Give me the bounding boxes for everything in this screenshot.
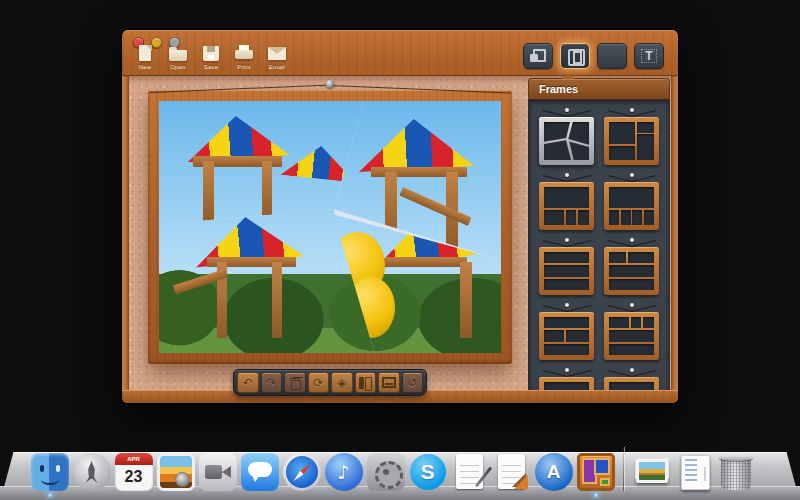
photo-area[interactable] <box>159 101 501 353</box>
dock-photostack[interactable] <box>632 451 671 491</box>
layout-cell <box>621 210 631 225</box>
frame-thumb-row-split-middle-row[interactable] <box>539 303 594 360</box>
frame-thumb-top-hero-bottom-four[interactable] <box>604 173 659 230</box>
view-buttons: T <box>523 43 664 69</box>
view-layouts-button[interactable] <box>523 43 553 69</box>
nail-icon <box>630 368 634 372</box>
layout-cell <box>609 252 626 263</box>
dock-itunes[interactable]: ♪ <box>324 451 363 491</box>
string-icon <box>607 305 631 312</box>
dock-messages[interactable] <box>240 451 279 491</box>
dock-skype[interactable]: S <box>408 451 447 491</box>
string-icon <box>542 175 566 182</box>
nail-icon <box>630 108 634 112</box>
textedit-icon <box>451 453 489 491</box>
string-icon <box>566 175 590 182</box>
finder-icon <box>31 453 69 491</box>
rotate-button[interactable]: ⟳ <box>308 372 330 393</box>
imageframer-icon <box>577 453 615 491</box>
text-icon: T <box>641 49 657 63</box>
layout-cell <box>544 317 589 328</box>
frames-panel-header: Frames <box>528 78 670 100</box>
frame-thumb-diagonal-collage[interactable] <box>539 108 594 165</box>
toolbar-open-button[interactable]: Open <box>168 45 188 70</box>
frame-thumb-three-rows[interactable] <box>539 238 594 295</box>
layout-cell <box>609 330 654 341</box>
trash-icon <box>718 453 754 491</box>
frames-list[interactable] <box>528 100 670 398</box>
thumb-frame <box>604 312 659 360</box>
view-adjustments-button[interactable] <box>597 43 627 69</box>
layout-cell <box>544 279 589 290</box>
calendar-month: APR <box>115 453 153 465</box>
layout-cell <box>609 210 619 225</box>
thumb-frame <box>604 182 659 230</box>
frame-thumb-top-three-two-rows[interactable] <box>604 303 659 360</box>
itunes-icon: ♪ <box>325 453 363 491</box>
undo-button[interactable]: ↶ <box>237 372 259 393</box>
print-icon <box>234 45 254 62</box>
dock-calendar[interactable]: APR23 <box>114 451 153 491</box>
safari-icon <box>283 453 321 491</box>
layout-cell <box>632 210 642 225</box>
nail-icon <box>565 238 569 242</box>
launchpad-icon <box>73 453 111 491</box>
app-window: NewOpenSavePrintEmail T <box>122 30 678 403</box>
dock-launchpad[interactable] <box>72 451 111 491</box>
string-icon <box>607 110 631 117</box>
border-button[interactable] <box>378 372 400 393</box>
desktop: { "colors": { "wood_accent": "#b5692f", … <box>0 0 800 500</box>
toolbar-email-label: Email <box>269 64 285 70</box>
thumb-hanger <box>609 368 655 377</box>
string-icon <box>566 370 590 377</box>
dock-finder[interactable] <box>30 451 69 491</box>
dock-imageframer[interactable] <box>576 451 615 491</box>
collage-frame <box>148 90 512 364</box>
dock-pages[interactable] <box>492 451 531 491</box>
dock-iphoto[interactable] <box>156 451 195 491</box>
toolbar-email-button[interactable]: Email <box>267 45 287 70</box>
thumb-hanger <box>609 108 655 117</box>
view-text-button[interactable]: T <box>634 43 664 69</box>
thumb-frame-selected <box>539 117 594 165</box>
thumb-hanger <box>609 173 655 182</box>
swap-button[interactable] <box>355 372 377 393</box>
dock-divider <box>618 445 629 491</box>
thumb-frame <box>539 312 594 360</box>
dock-safari[interactable] <box>282 451 321 491</box>
pages-icon <box>493 453 531 491</box>
dock-facetime[interactable] <box>198 451 237 491</box>
frame-thumb-top-hero-bottom-three[interactable] <box>539 173 594 230</box>
dock-textedit[interactable] <box>450 451 489 491</box>
dock-appstore[interactable]: A <box>534 451 573 491</box>
string-icon <box>607 240 631 247</box>
docstack-icon <box>675 453 713 491</box>
layout-cell <box>544 344 589 355</box>
thumb-hanger <box>544 368 590 377</box>
reset-button[interactable]: ↺ <box>402 372 424 393</box>
running-indicator <box>593 493 599 497</box>
frame-thumb-split-top-two-rows[interactable] <box>604 238 659 295</box>
thumb-hanger <box>544 173 590 182</box>
layout-cell <box>609 265 654 276</box>
string-icon <box>566 305 590 312</box>
frame-thumb-hero-left-right-column[interactable] <box>604 108 659 165</box>
layout-cell <box>578 210 589 225</box>
orientation-button[interactable]: ◈ <box>331 372 353 393</box>
view-frames-button[interactable] <box>560 43 590 69</box>
dock-docstack[interactable] <box>674 451 713 491</box>
redo-button[interactable]: ↷ <box>261 372 283 393</box>
thumb-layout <box>544 187 589 225</box>
layout-cell <box>544 187 589 208</box>
layout-cell <box>637 122 654 133</box>
toolbar-print-button[interactable]: Print <box>234 45 254 70</box>
collage-canvas[interactable] <box>148 90 512 364</box>
toolbar-new-button[interactable]: New <box>135 45 155 70</box>
toolbar-save-button[interactable]: Save <box>201 45 221 70</box>
dock-sysprefs[interactable] <box>366 451 405 491</box>
titlebar[interactable]: NewOpenSavePrintEmail T <box>122 30 678 76</box>
tool-tray: ↶↷⟳◈↺ <box>233 369 427 396</box>
string-icon <box>566 110 590 117</box>
dock-trash[interactable] <box>716 451 755 491</box>
delete-button[interactable] <box>284 372 306 393</box>
